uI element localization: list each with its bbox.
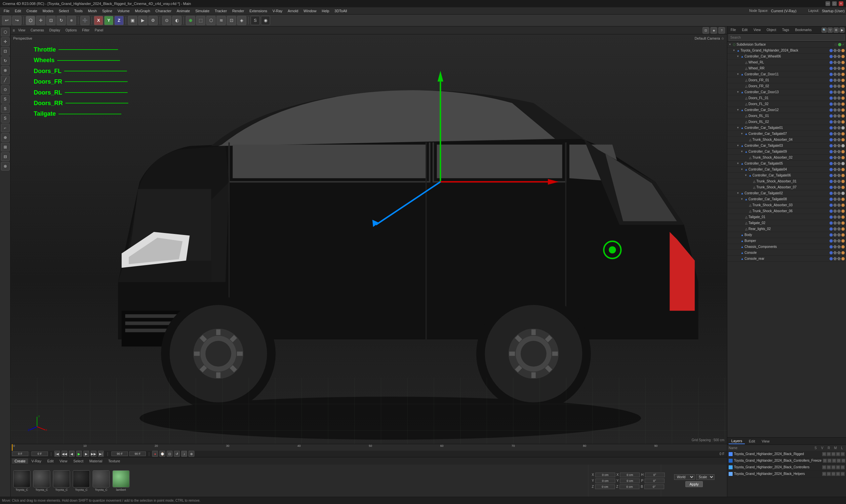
layer-item-1[interactable]: Toyota_Grand_Highlander_2024_Black_Rigge…: [727, 451, 846, 457]
obj-trunk-absorber-07[interactable]: △ Trunk_Shock_Absorber_07: [727, 184, 846, 191]
sidebar-btn-6[interactable]: ╱: [1, 76, 10, 84]
expand-icon[interactable]: ▼: [740, 167, 744, 172]
menu-tools[interactable]: Tools: [72, 8, 85, 14]
material-item-5[interactable]: Toyota_C: [93, 470, 110, 491]
end-frame-field2[interactable]: [129, 451, 146, 456]
obj-trunk-absorber-06[interactable]: △ Trunk_Shock_Absorber_06: [727, 208, 846, 214]
menu-animate[interactable]: Animate: [174, 8, 192, 14]
light-button[interactable]: ⊡: [227, 16, 236, 25]
obj-rear-lights-02[interactable]: △ Rear_lights_02: [727, 226, 846, 232]
obj-door13[interactable]: ▼ ▲ Controller_Car_Door13: [727, 89, 846, 95]
redo-button[interactable]: ↪: [12, 16, 21, 25]
motion-button[interactable]: ⊕: [188, 451, 194, 457]
obj-tailgate09[interactable]: ▼ ▲ Controller_Car_Tailgate09: [727, 149, 846, 155]
current-frame-field[interactable]: [12, 451, 29, 456]
expand-icon[interactable]: ▼: [736, 108, 740, 112]
end-frame-field1[interactable]: [111, 451, 128, 456]
vray-btn1[interactable]: S: [251, 16, 260, 25]
viewport-canvas[interactable]: Perspective Default Camera ☆ Throttle Wh…: [11, 34, 727, 444]
obj-trunk-absorber-01[interactable]: △ Trunk_Shock_Absorber_01: [727, 178, 846, 184]
sidebar-btn-4[interactable]: ↻: [1, 56, 10, 65]
layers-tab-layers[interactable]: Layers: [728, 438, 745, 444]
sound-button[interactable]: ♪: [181, 451, 187, 457]
obj-console-rear[interactable]: ▲ Console_rear: [727, 256, 846, 262]
obj-door11[interactable]: ▼ ▲ Controller_Car_Door11: [727, 71, 846, 77]
obj-console[interactable]: ▲ Console: [727, 250, 846, 256]
environment-button[interactable]: ≋: [217, 16, 226, 25]
texture-button[interactable]: ⬚: [196, 16, 205, 25]
sidebar-btn-7[interactable]: ⊙: [1, 85, 10, 94]
coord-y-pos2[interactable]: [620, 479, 640, 483]
menu-create[interactable]: Create: [24, 8, 40, 14]
rotate-tool-button[interactable]: ↻: [56, 16, 66, 25]
next-frame-button[interactable]: ▶▶: [91, 451, 96, 457]
start-frame-field[interactable]: [31, 451, 48, 456]
obj-tailgate08[interactable]: ▼ ▲ Controller_Car_Tailgate08: [727, 196, 846, 202]
material-thumb-3[interactable]: [53, 470, 70, 487]
expand-icon[interactable]: ▼: [736, 191, 740, 195]
vp-enhance-button[interactable]: ◈: [710, 27, 717, 34]
obj-doors-fr-02[interactable]: △ Doors_FR_02: [727, 83, 846, 89]
render-region-button[interactable]: ▣: [128, 16, 137, 25]
material-thumb-4[interactable]: [73, 470, 90, 487]
obj-tailgate06[interactable]: ▼ ▲ Controller_Car_Tailgate06: [727, 173, 846, 178]
sidebar-btn-8[interactable]: S: [1, 95, 10, 104]
display-mode-button[interactable]: ⊙: [162, 16, 171, 25]
prev-1-button[interactable]: ◀: [69, 451, 75, 457]
apply-button[interactable]: Apply: [685, 481, 703, 487]
tab-edit[interactable]: Edit: [44, 458, 56, 464]
sidebar-btn-14[interactable]: ⊟: [1, 152, 10, 161]
layer-item-2[interactable]: Toyota_Grand_Highlander_2024_Black_Contr…: [727, 457, 846, 464]
coord-y-pos[interactable]: [595, 479, 615, 483]
obj-trunk-absorber-03[interactable]: △ Trunk_Shock_Absorber_03: [727, 202, 846, 208]
expand-icon[interactable]: ▼: [736, 90, 740, 94]
menu-arnold[interactable]: Arnold: [285, 8, 301, 14]
menu-volume[interactable]: Volume: [115, 8, 132, 14]
rpanel-filter-icon[interactable]: ▽: [827, 28, 833, 33]
scale-dropdown[interactable]: Scale: [696, 474, 715, 480]
menu-file[interactable]: File: [1, 8, 12, 14]
z-button[interactable]: Z: [114, 16, 124, 25]
expand-icon[interactable]: ▼: [740, 132, 744, 136]
rpanel-settings-icon[interactable]: ⚙: [833, 28, 839, 33]
undo-button[interactable]: ↩: [2, 16, 11, 25]
rpanel-tags[interactable]: Tags: [780, 28, 791, 32]
x-button[interactable]: X: [94, 16, 103, 25]
expand-icon[interactable]: ▼: [736, 126, 740, 130]
vp-filter-button[interactable]: Filter: [80, 28, 91, 32]
go-start-button[interactable]: |◀: [54, 451, 60, 457]
tab-create[interactable]: Create: [12, 458, 28, 464]
snap-button[interactable]: ⊕: [186, 16, 195, 25]
vp-help-button[interactable]: ?: [718, 27, 725, 34]
shading-button[interactable]: ◐: [172, 16, 181, 25]
search-input[interactable]: [728, 34, 845, 41]
material-thumb-1[interactable]: [13, 470, 31, 487]
loop-button[interactable]: ↺: [174, 451, 180, 457]
sidebar-btn-10[interactable]: S: [1, 114, 10, 123]
layers-tab-edit[interactable]: Edit: [746, 438, 758, 444]
material-item-1[interactable]: Toyota_C: [13, 470, 31, 491]
tab-vray[interactable]: V-Ray: [29, 458, 44, 464]
obj-doors-rl-01[interactable]: △ Doors_RL_01: [727, 113, 846, 119]
viewport-menu-icon[interactable]: ≡: [13, 28, 15, 33]
sidebar-btn-9[interactable]: S: [1, 105, 10, 113]
obj-subdivision-surface[interactable]: ▼ ⬡ Subdivision Surface ✓: [727, 42, 846, 48]
obj-doors-fr-01[interactable]: △ Doors_FR_01: [727, 77, 846, 83]
menu-3dtoall[interactable]: 3DToAll: [332, 8, 349, 14]
expand-icon[interactable]: ▼: [736, 55, 740, 58]
sidebar-btn-11[interactable]: ⌐: [1, 124, 10, 132]
menu-mograph[interactable]: MoGraph: [132, 8, 152, 14]
vray-btn2[interactable]: ◉: [261, 16, 270, 25]
menu-select[interactable]: Select: [56, 8, 71, 14]
maximize-button[interactable]: □: [832, 1, 837, 6]
obj-tailgate03[interactable]: ▼ ▲ Controller_Car_Tailgate03: [727, 143, 846, 149]
vp-display-button[interactable]: Display: [47, 28, 62, 32]
rpanel-edit[interactable]: Edit: [740, 28, 750, 32]
expand-icon[interactable]: ▼: [736, 72, 740, 76]
sidebar-btn-5[interactable]: ⊗: [1, 66, 10, 75]
vp-panel-button[interactable]: Panel: [93, 28, 106, 32]
rpanel-view[interactable]: View: [752, 28, 763, 32]
settings-button[interactable]: ⚙: [148, 16, 158, 25]
coord-x-pos2[interactable]: [620, 473, 640, 477]
menu-help[interactable]: Help: [319, 8, 331, 14]
